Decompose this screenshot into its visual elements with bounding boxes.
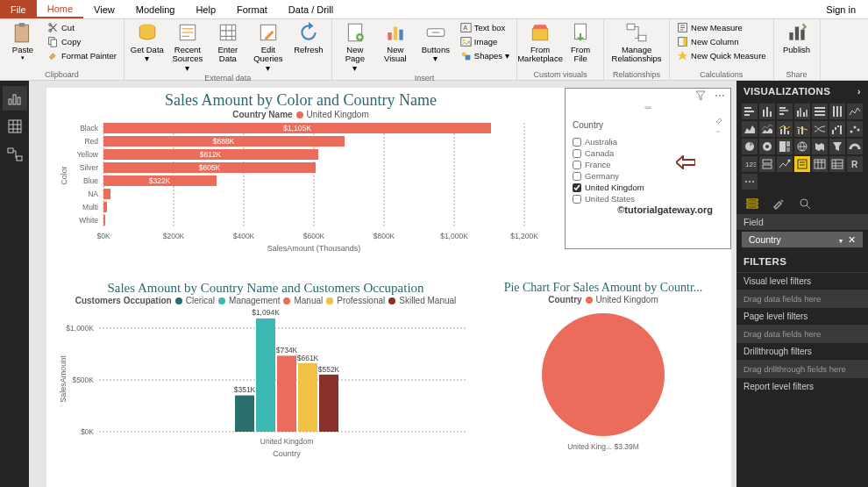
viz-matrix[interactable] <box>829 156 845 172</box>
visual-filters-drop[interactable]: Drag data fields here <box>736 290 868 307</box>
grid-icon <box>217 21 239 44</box>
refresh-button[interactable]: Refresh <box>291 21 326 54</box>
new-measure-button[interactable]: New Measure <box>675 21 768 34</box>
text-box-button[interactable]: AText box <box>459 21 511 34</box>
data-view-button[interactable] <box>3 114 27 139</box>
viz-clustered-column[interactable] <box>794 104 810 119</box>
chart2-visual[interactable]: Sales Amount by Country Name and Custome… <box>55 281 476 463</box>
tab-view[interactable]: View <box>83 0 125 18</box>
viz-funnel[interactable] <box>829 139 845 154</box>
svg-point-19 <box>463 39 465 41</box>
slicer-item[interactable]: Australia <box>573 136 723 147</box>
format-tab[interactable] <box>772 197 786 211</box>
svg-rect-115 <box>833 106 835 117</box>
viz-pie[interactable] <box>742 139 758 154</box>
viz-map[interactable] <box>794 139 810 154</box>
drillthrough-filters-drop[interactable]: Drag drillthrough fields here <box>736 360 868 377</box>
buttons-button[interactable]: Buttons▾ <box>418 21 453 64</box>
analytics-tab[interactable] <box>798 197 812 211</box>
svg-rect-139 <box>763 165 772 168</box>
format-painter-button[interactable]: Format Painter <box>46 49 118 62</box>
page-filters-drop[interactable]: Drag data fields here <box>736 325 868 342</box>
svg-rect-109 <box>800 108 801 117</box>
svg-rect-123 <box>832 130 834 134</box>
slicer-item[interactable]: Canada <box>573 147 723 159</box>
edit-queries-button[interactable]: Edit Queries▾ <box>251 21 286 73</box>
svg-rect-121 <box>798 129 800 134</box>
chart3-plot: United King... $3.39M <box>485 304 722 458</box>
recent-sources-button[interactable]: Recent Sources▾ <box>170 21 205 73</box>
paste-button[interactable]: Paste▾ <box>5 21 40 61</box>
shapes-button[interactable]: Shapes ▾ <box>459 49 511 62</box>
viz-card[interactable]: 123 <box>742 156 758 172</box>
svg-rect-114 <box>815 114 825 116</box>
model-view-button[interactable] <box>3 142 27 167</box>
viz-clustered-bar[interactable] <box>777 104 793 119</box>
viz-stacked-area[interactable] <box>759 121 775 137</box>
svg-rect-113 <box>815 111 825 112</box>
report-canvas[interactable]: Sales Amount by Color and Country Name C… <box>29 81 736 487</box>
viz-combo[interactable] <box>777 121 793 137</box>
get-data-button[interactable]: Get Data▾ <box>130 21 165 64</box>
viz-stacked-column[interactable] <box>759 104 775 119</box>
new-quick-measure-button[interactable]: New Quick Measure <box>675 49 768 62</box>
svg-rect-5 <box>51 39 57 47</box>
viz-donut[interactable] <box>759 139 775 154</box>
from-marketplace-button[interactable]: From Marketplace <box>523 21 558 64</box>
tab-help[interactable]: Help <box>185 0 226 18</box>
report-view-button[interactable] <box>3 86 27 111</box>
field-well-country[interactable]: Country▾ ✕ <box>742 232 863 247</box>
tab-modeling[interactable]: Modeling <box>125 0 186 18</box>
viz-waterfall[interactable] <box>829 121 845 137</box>
tab-format[interactable]: Format <box>226 0 278 18</box>
viz-multirow-card[interactable] <box>759 156 775 172</box>
slicer-item-selected[interactable]: United Kingdom <box>573 182 723 193</box>
tab-data-drill[interactable]: Data / Drill <box>278 0 344 18</box>
viz-gauge[interactable] <box>847 139 863 154</box>
image-button[interactable]: Image <box>459 35 511 48</box>
slicer-item[interactable]: United States <box>573 193 723 204</box>
tab-file[interactable]: File <box>0 0 37 18</box>
cut-button[interactable]: Cut <box>46 21 118 34</box>
svg-point-129 <box>857 129 860 132</box>
viz-100-column[interactable] <box>829 104 845 119</box>
image-icon <box>460 36 472 47</box>
viz-slicer[interactable] <box>794 156 810 172</box>
viz-more[interactable] <box>742 174 758 190</box>
viz-kpi[interactable] <box>777 156 793 172</box>
viz-scatter[interactable] <box>847 121 863 137</box>
viz-treemap[interactable] <box>777 139 793 154</box>
viz-100-bar[interactable] <box>812 104 828 119</box>
svg-rect-13 <box>394 27 397 40</box>
ellipsis-icon[interactable] <box>715 90 725 101</box>
slicer-item[interactable]: France <box>573 159 723 170</box>
viz-ribbon[interactable] <box>812 121 828 137</box>
viz-area[interactable] <box>742 121 758 137</box>
country-slicer[interactable]: ═ Country ⌄ Australia Canada France Germ… <box>565 88 731 249</box>
publish-button[interactable]: Publish <box>779 21 815 54</box>
viz-table[interactable] <box>812 156 828 172</box>
new-visual-button[interactable]: New Visual <box>378 21 413 64</box>
slicer-grip[interactable]: ═ <box>566 103 730 112</box>
viz-stacked-bar[interactable] <box>742 104 758 119</box>
eraser-icon[interactable] <box>715 116 723 125</box>
tab-home[interactable]: Home <box>37 0 83 18</box>
chart1-visual[interactable]: Sales Amount by Color and Country Name C… <box>55 91 546 260</box>
manage-relationships-button[interactable]: Manage Relationships <box>609 21 664 64</box>
chart3-visual[interactable]: Pie Chart For Sales Amount by Countr... … <box>485 281 722 458</box>
viz-line[interactable] <box>847 104 863 119</box>
new-column-button[interactable]: New Column <box>675 35 768 48</box>
new-page-button[interactable]: New Page▾ <box>338 21 373 73</box>
from-file-button[interactable]: From File <box>563 21 598 64</box>
enter-data-button[interactable]: Enter Data <box>210 21 245 64</box>
sign-in-link[interactable]: Sign in <box>814 0 868 18</box>
filter-icon[interactable] <box>695 90 706 101</box>
chevron-right-icon[interactable]: › <box>857 86 861 97</box>
svg-rect-99 <box>744 107 751 109</box>
copy-button[interactable]: Copy <box>46 35 118 48</box>
viz-combo2[interactable] <box>794 121 810 137</box>
viz-r[interactable]: R <box>847 156 863 172</box>
fields-tab[interactable] <box>745 197 759 211</box>
viz-filled-map[interactable] <box>812 139 828 154</box>
slicer-item[interactable]: Germany <box>573 170 723 182</box>
